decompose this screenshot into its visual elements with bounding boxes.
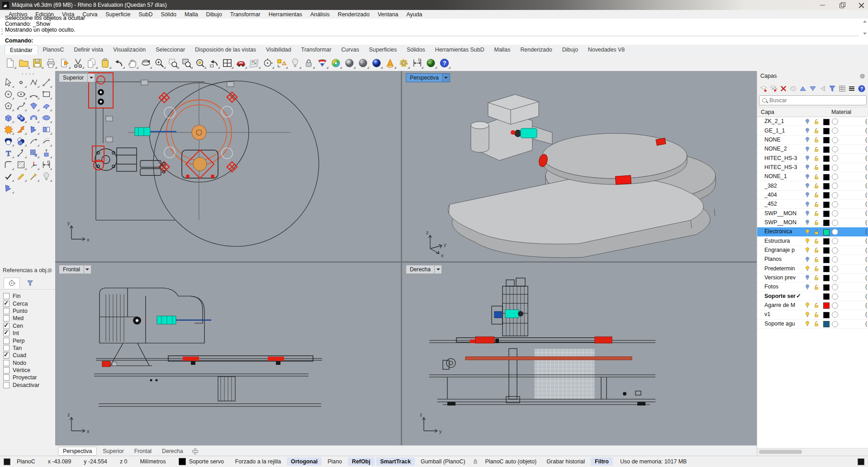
layer-name[interactable]: Agarre de M	[764, 302, 802, 308]
command-area[interactable]: Seleccione los objetos a ocultar Comando…	[0, 19, 868, 45]
layer-visibility-icon[interactable]	[804, 127, 811, 134]
layer-name[interactable]: GE_1_1	[764, 127, 802, 134]
layer-color-swatch[interactable]	[823, 229, 830, 236]
osnap-perp[interactable]: Perp	[3, 337, 55, 344]
layer-row[interactable]: NONE_2 (	[757, 145, 868, 154]
lock-objects-icon[interactable]	[302, 56, 315, 70]
layer-row[interactable]: _382 (	[757, 181, 868, 190]
layer-color-swatch[interactable]	[823, 137, 830, 143]
layer-lock-icon[interactable]	[813, 265, 820, 272]
tool-revolve[interactable]	[28, 112, 40, 123]
layer-color-swatch[interactable]	[823, 238, 830, 245]
layer-name[interactable]: HITEC_HS-3	[764, 155, 802, 161]
layer-lock-icon[interactable]	[813, 192, 820, 198]
checkbox[interactable]	[3, 308, 9, 314]
layer-row[interactable]: SWP__MON (	[757, 218, 868, 227]
layer-lock-icon[interactable]	[813, 238, 820, 244]
tool-explode[interactable]	[2, 123, 14, 135]
checkbox[interactable]	[3, 301, 9, 307]
color-icon[interactable]	[329, 56, 342, 70]
viewport-tab-frontal[interactable]: Frontal	[130, 447, 156, 455]
tool-offset[interactable]	[40, 135, 52, 147]
layer-row[interactable]: Planos (	[757, 255, 868, 264]
collapse-icon[interactable]	[818, 84, 827, 93]
layer-visibility-icon[interactable]	[804, 284, 811, 290]
layer-material-icon[interactable]	[832, 174, 838, 180]
command-scrollbar[interactable]	[862, 19, 867, 35]
tool-extrude[interactable]	[40, 147, 52, 159]
toolbar-tab-est-ndar[interactable]: Estándar	[5, 45, 38, 55]
zoom-dynamic-icon[interactable]	[153, 56, 166, 70]
viewport-tab-derecha[interactable]: Derecha	[157, 447, 187, 455]
layer-lock-icon[interactable]	[813, 164, 820, 170]
checkbox[interactable]	[3, 293, 9, 299]
tool-rectangle[interactable]	[40, 88, 52, 100]
tool-wand[interactable]	[28, 170, 40, 182]
tool-text[interactable]	[2, 147, 14, 159]
layer-row[interactable]: NONE_1 (	[757, 172, 868, 181]
layer-row[interactable]: HITEC_HS-3 (	[757, 163, 868, 172]
toolbar-tab-herramientas-subd[interactable]: Herramientas SubD	[430, 45, 489, 55]
print-icon[interactable]	[44, 56, 57, 70]
checkbox[interactable]	[3, 367, 9, 373]
tool-polyline[interactable]	[28, 76, 40, 88]
layer-visibility-icon[interactable]	[804, 137, 811, 143]
zoom-window-icon[interactable]	[166, 56, 180, 70]
osnap-nodo[interactable]: Nodo	[3, 359, 55, 367]
layer-lock-icon[interactable]	[813, 118, 820, 125]
layer-material-icon[interactable]	[832, 127, 838, 134]
options-icon[interactable]	[397, 56, 410, 70]
toolbar-tab-transformar[interactable]: Transformar	[296, 45, 337, 55]
palette-grip[interactable]	[0, 71, 55, 76]
layer-name[interactable]: v1	[764, 311, 802, 317]
layer-row[interactable]: Agarre de M (	[757, 301, 868, 310]
osnap-cen[interactable]: Cen	[3, 322, 55, 330]
layer-name[interactable]: _382	[764, 183, 802, 189]
layer-lock-icon[interactable]	[813, 155, 820, 161]
layer-color-swatch[interactable]	[823, 257, 830, 263]
tool-torus[interactable]	[40, 112, 52, 123]
pan-icon[interactable]	[126, 56, 139, 70]
layer-name[interactable]: Soporte agu	[764, 321, 802, 327]
tool-polygon[interactable]	[2, 100, 14, 112]
minimize-button[interactable]	[820, 2, 825, 8]
viewport-derecha-label[interactable]: Derecha	[406, 265, 442, 274]
layer-visibility-icon[interactable]	[804, 164, 811, 170]
render-preview-icon[interactable]	[370, 56, 383, 70]
scrollbar-thumb[interactable]	[759, 450, 802, 454]
cplane-icon[interactable]	[261, 56, 275, 70]
layer-name[interactable]: Version prev	[764, 274, 802, 281]
named-view-icon[interactable]	[234, 56, 247, 70]
layer-material-icon[interactable]	[832, 293, 838, 300]
viewport-frontal[interactable]: Frontal	[55, 263, 401, 445]
tool-surface-patch[interactable]	[28, 100, 40, 112]
active-layer-swatch[interactable]	[179, 458, 186, 465]
tool-trim[interactable]	[28, 123, 40, 135]
checkbox[interactable]	[3, 330, 9, 336]
layer-visibility-icon[interactable]	[804, 274, 811, 281]
layer-name[interactable]: SWP__MON	[764, 210, 802, 217]
column-material[interactable]: Material	[831, 109, 851, 115]
toolbar-tab-renderizado[interactable]: Renderizado	[515, 45, 557, 55]
osnap-cerca[interactable]: Cerca	[3, 300, 55, 307]
layer-row[interactable]: ZK_2_1 (	[757, 117, 868, 126]
layer-row[interactable]: GE_1_1 (	[757, 126, 868, 135]
scroll-down-icon[interactable]	[863, 33, 867, 35]
layer-row[interactable]: _404 (	[757, 191, 868, 200]
layer-menu-icon[interactable]	[847, 84, 856, 93]
layer-name[interactable]: Estructura	[764, 238, 802, 244]
cut-icon[interactable]	[71, 56, 85, 70]
layer-lock-icon[interactable]	[813, 321, 820, 327]
layer-visibility-icon[interactable]	[804, 201, 811, 208]
layer-material-icon[interactable]	[832, 146, 838, 152]
checkbox[interactable]	[3, 360, 9, 366]
tool-box[interactable]	[2, 112, 14, 123]
layer-visibility-icon[interactable]	[804, 247, 811, 253]
layer-row[interactable]: Soporte agu (	[757, 320, 868, 329]
toolbar-tab-visualizaci-n[interactable]: Visualización	[108, 45, 151, 55]
layer-color-swatch[interactable]	[823, 321, 830, 327]
layer-name[interactable]: Engranaje p	[764, 247, 802, 253]
layer-visibility-icon[interactable]	[804, 183, 811, 189]
duplicate-layer-icon[interactable]	[789, 84, 798, 93]
tool-arc[interactable]	[28, 88, 40, 100]
